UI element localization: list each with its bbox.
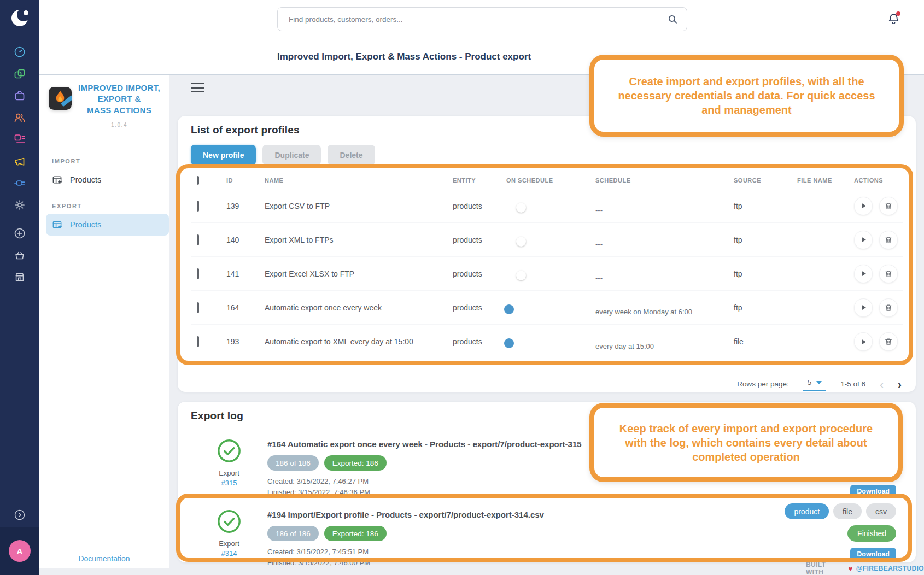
storefront-icon[interactable]: [9, 266, 31, 288]
col-header-file-name: FILE NAME: [797, 177, 854, 184]
row-checkbox[interactable]: [197, 302, 199, 313]
plugin-title: IMPROVED IMPORT, EXPORT & MASS ACTIONS: [72, 83, 166, 116]
col-header-on-schedule: ON SCHEDULE: [506, 177, 595, 184]
dashboard-icon[interactable]: [9, 41, 31, 63]
download-button[interactable]: Download: [850, 485, 896, 498]
success-check-icon: [217, 509, 242, 536]
search-icon[interactable]: [667, 14, 678, 25]
cell-entity: products: [453, 337, 506, 346]
firebear-handle[interactable]: @FIREBEARSTUDIO: [856, 565, 924, 572]
delete-profile-button[interactable]: [879, 298, 898, 317]
cell-schedule: ---: [595, 274, 734, 282]
select-all-checkbox[interactable]: [197, 176, 199, 185]
run-export-button[interactable]: [854, 265, 873, 283]
col-header-entity: ENTITY: [453, 177, 506, 184]
main-content: List of export profiles New profile Dupl…: [169, 75, 924, 575]
main-sidebar: A: [0, 0, 39, 575]
cell-id: 164: [226, 303, 265, 312]
cell-id: 141: [226, 269, 265, 278]
settings-gear-icon[interactable]: [9, 194, 31, 216]
user-avatar[interactable]: A: [9, 540, 31, 562]
catalogues-icon[interactable]: [9, 63, 31, 85]
sidebar-item-import-products[interactable]: Products: [46, 169, 169, 191]
run-export-button[interactable]: [854, 332, 873, 351]
app-root: A Improved Import, Export & Mass Actions…: [0, 0, 924, 575]
row-checkbox[interactable]: [197, 268, 199, 279]
cell-id: 140: [226, 236, 265, 244]
delete-profile-button[interactable]: [879, 265, 898, 283]
top-header: [39, 0, 924, 39]
marketing-icon[interactable]: [9, 150, 31, 172]
add-circle-icon[interactable]: [9, 222, 31, 244]
next-page-button[interactable]: ›: [898, 378, 902, 390]
extensions-icon[interactable]: [9, 172, 31, 194]
profiles-table: ID NAME ENTITY ON SCHEDULE SCHEDULE SOUR…: [191, 172, 903, 359]
rows-per-page-label: Rows per page:: [737, 380, 789, 388]
delete-profile-button[interactable]: [879, 231, 898, 249]
content-icon[interactable]: [9, 128, 31, 150]
table-header-row: ID NAME ENTITY ON SCHEDULE SCHEDULE SOUR…: [191, 172, 903, 189]
delete-profile-button[interactable]: [879, 197, 898, 215]
global-search: [277, 7, 687, 31]
page-title: Improved Import, Export & Mass Actions -…: [277, 51, 531, 62]
cell-entity: products: [453, 269, 506, 278]
download-button[interactable]: Download: [850, 548, 896, 561]
row-checkbox[interactable]: [197, 201, 199, 212]
cell-source: ftp: [734, 236, 797, 244]
success-check-icon: [217, 438, 242, 466]
menu-icon[interactable]: [191, 83, 204, 92]
delete-button[interactable]: Delete: [328, 145, 375, 165]
cell-source: ftp: [734, 269, 797, 278]
documentation-link[interactable]: Documentation: [39, 554, 169, 563]
entry-id-link[interactable]: #315: [221, 479, 237, 487]
import-table-icon: [52, 175, 62, 185]
cell-entity: products: [453, 303, 506, 312]
log-callout: Keep track of every import and export pr…: [589, 403, 903, 482]
rows-per-page-select[interactable]: 5: [803, 377, 827, 391]
exported-badge: Exported: 186: [324, 455, 387, 471]
expand-sidebar-icon[interactable]: [9, 504, 31, 526]
pagination: Rows per page: 5 1-5 of 6 ‹ ›: [737, 377, 902, 391]
merchandise-basket-icon[interactable]: [9, 244, 31, 266]
table-row: 193 Automatic export to XML every day at…: [191, 325, 903, 359]
cell-schedule: ---: [595, 206, 734, 214]
prev-page-button[interactable]: ‹: [880, 378, 884, 390]
sidebar-item-export-products[interactable]: Products: [46, 214, 169, 236]
row-checkbox[interactable]: [197, 336, 199, 347]
cell-schedule: every day at 15:00: [595, 342, 734, 350]
format-tag: csv: [866, 503, 896, 519]
cell-name: Automatic export once every week: [265, 303, 453, 312]
run-export-button[interactable]: [854, 197, 873, 215]
notifications-bell-icon[interactable]: [886, 11, 901, 26]
table-row: 140 Export XML to FTPs products --- ftp: [191, 223, 903, 257]
entry-id-link[interactable]: #314: [221, 549, 237, 558]
sidebar-nav: [9, 41, 31, 288]
progress-badge: 186 of 186: [267, 455, 319, 471]
new-profile-button[interactable]: New profile: [191, 145, 256, 165]
notification-dot: [896, 11, 900, 16]
heart-icon: ♥: [849, 565, 853, 573]
orders-icon[interactable]: [9, 85, 31, 107]
shopware-logo-icon[interactable]: [9, 7, 31, 29]
chevron-down-icon: [816, 381, 822, 384]
cell-entity: products: [453, 202, 506, 210]
table-row: 141 Export Excel XLSX to FTP products --…: [191, 257, 903, 291]
col-header-actions: ACTIONS: [854, 177, 903, 184]
search-input[interactable]: [278, 15, 667, 24]
run-export-button[interactable]: [854, 231, 873, 249]
cell-schedule: every week on Monday at 6:00: [595, 308, 734, 316]
run-export-button[interactable]: [854, 298, 873, 317]
export-products-label: Products: [70, 220, 101, 229]
customers-icon[interactable]: [9, 107, 31, 128]
cell-name: Export Excel XLSX to FTP: [265, 269, 453, 278]
cell-id: 193: [226, 337, 265, 346]
exported-badge: Exported: 186: [324, 526, 387, 541]
duplicate-button[interactable]: Duplicate: [262, 145, 321, 165]
col-header-name: NAME: [265, 177, 453, 184]
status-badge: Finished: [847, 525, 896, 542]
import-section-label: IMPORT: [52, 158, 80, 165]
col-header-source: SOURCE: [734, 177, 797, 184]
profiles-callout: Create import and export profiles, with …: [589, 55, 904, 137]
row-checkbox[interactable]: [197, 234, 199, 245]
delete-profile-button[interactable]: [879, 332, 898, 351]
